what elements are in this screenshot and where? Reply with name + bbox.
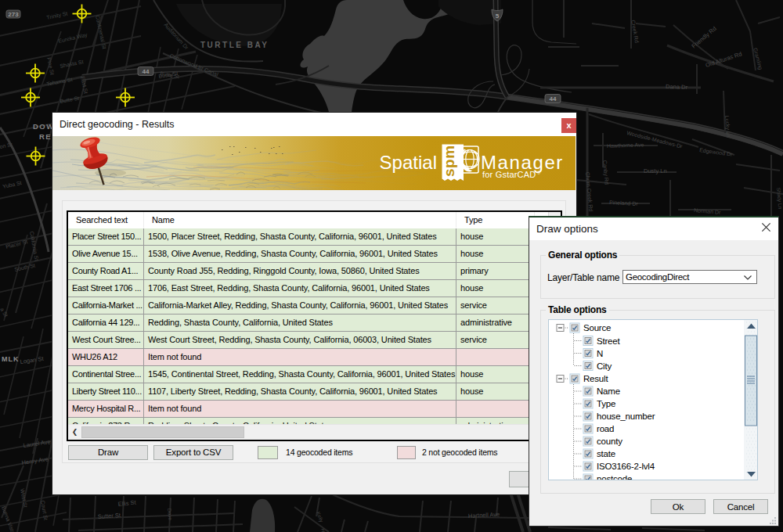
svg-text:®: ® <box>537 171 540 175</box>
svg-text:house_number: house_number <box>597 412 655 421</box>
svg-text:state: state <box>597 449 615 458</box>
svg-text:Spatial: Spatial <box>380 152 437 173</box>
svg-text:Horn: Horn <box>320 528 327 532</box>
svg-text:Result: Result <box>583 374 608 383</box>
svg-text:Name: Name <box>597 386 620 396</box>
svg-text:City: City <box>597 361 612 371</box>
svg-text:Street: Street <box>597 336 620 346</box>
svg-text:spm: spm <box>441 145 457 177</box>
svg-text:Dana Dr: Dana Dr <box>666 83 688 91</box>
svg-text:Source: Source <box>583 323 611 332</box>
svg-text:Dove: Dove <box>167 508 173 520</box>
svg-text:44: 44 <box>550 95 557 102</box>
svg-text:postcode: postcode <box>597 474 632 480</box>
svg-text:TURTLE BAY: TURTLE BAY <box>200 41 269 49</box>
svg-text:county: county <box>597 437 622 446</box>
svg-text:N: N <box>597 349 603 358</box>
svg-text:44: 44 <box>143 68 150 75</box>
svg-text:for GstarCAD: for GstarCAD <box>482 170 536 179</box>
svg-text:Dusty Ln: Dusty Ln <box>644 167 667 174</box>
svg-text:273: 273 <box>8 11 19 18</box>
svg-text:Type: Type <box>597 399 615 408</box>
svg-text:MLK: MLK <box>2 355 20 363</box>
svg-text:5: 5 <box>496 13 500 20</box>
svg-text:ISO3166-2-lvl4: ISO3166-2-lvl4 <box>597 462 655 471</box>
svg-text:road: road <box>597 424 614 433</box>
